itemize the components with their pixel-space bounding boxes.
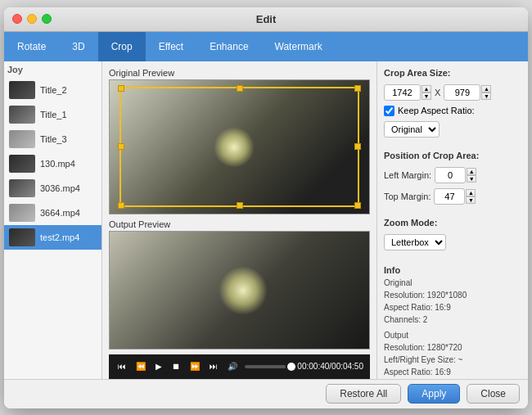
thumb-title3 [9,130,35,148]
top-margin-down-btn[interactable]: ▼ [466,196,476,204]
keep-aspect-row: Keep Aspect Ratio: [384,106,521,116]
position-label: Position of Crop Area: [384,151,521,160]
crop-tab[interactable]: Crop [98,32,146,61]
sidebar-item-title1[interactable]: Title_1 [4,102,101,127]
toolbar: Rotate 3D Crop Effect Enhance Watermark [4,32,528,61]
original-aspect: Aspect Ratio: 16:9 [384,301,521,314]
sidebar-item-title3[interactable]: Title_3 [4,127,101,151]
output-aspect: Aspect Ratio: 16:9 [384,366,521,378]
play-button[interactable]: ▶ [153,360,165,372]
keep-aspect-label: Keep Aspect Ratio: [398,106,475,115]
skip-back-button[interactable]: ⏮ [115,360,128,372]
height-spinner: ▲ ▼ [444,84,491,101]
close-button[interactable]: Close [467,384,520,404]
sidebar-item-3036mp4[interactable]: 3036.mp4 [4,176,101,201]
thumb-130mp4 [9,155,35,173]
enhance-tab[interactable]: Enhance [196,32,261,61]
sidebar-label-3664mp4: 3664.mp4 [40,208,80,218]
skip-forward-button[interactable]: ⏭ [207,360,220,372]
thumb-test2mp4 [9,228,35,246]
aspect-ratio-select[interactable]: Original [384,121,440,138]
rotate-tab[interactable]: Rotate [4,32,59,61]
top-margin-label: Top Margin: [384,192,431,201]
crop-area-size-label: Crop Area Size: [384,68,521,78]
stop-button[interactable]: ⏹ [169,360,183,372]
left-margin-down-btn[interactable]: ▼ [467,175,476,183]
thumb-title1 [9,106,35,124]
top-margin-input[interactable] [434,188,465,205]
sidebar-group-joy: Joy [4,61,101,78]
thumb-3664mp4 [9,204,35,222]
step-back-button[interactable]: ⏪ [133,360,148,372]
main-area: Joy Title_2 Title_1 Title_3 130.mp4 3036… [4,61,528,379]
restore-all-button[interactable]: Restore All [326,384,401,404]
top-margin-up-btn[interactable]: ▲ [466,189,476,196]
x-label: X [435,88,440,97]
left-margin-spin-buttons: ▲ ▼ [467,168,476,183]
sidebar-label-test2mp4: test2.mp4 [40,232,79,242]
window-title: Edit [256,13,277,25]
traffic-lights [12,14,52,24]
height-down-btn[interactable]: ▼ [481,92,491,100]
output-eye-size: Left/Right Eye Size: ~ [384,354,521,366]
output-video-preview [109,231,370,350]
left-margin-up-btn[interactable]: ▲ [467,168,476,175]
output-info-title: Output [384,329,521,341]
minimize-traffic-light[interactable] [27,14,37,24]
3d-tab[interactable]: 3D [59,32,97,61]
output-preview-label: Output Preview [109,219,370,229]
zoom-mode-select[interactable]: Letterbox [384,234,446,250]
width-input[interactable] [384,84,421,101]
effect-tab[interactable]: Effect [146,32,196,61]
info-section: Info Original Resolution: 1920*1080 Aspe… [384,264,521,379]
original-info-title: Original [384,277,521,289]
keep-aspect-checkbox[interactable] [384,106,394,116]
height-input[interactable] [444,84,480,101]
title-bar: Edit [4,7,528,32]
volume-bar[interactable] [245,365,286,368]
step-forward-button[interactable]: ⏩ [187,360,202,372]
left-margin-label: Left Margin: [384,170,431,180]
apply-button[interactable]: Apply [408,384,460,404]
close-traffic-light[interactable] [12,14,22,24]
left-margin-row: Left Margin: ▲ ▼ [384,167,521,183]
info-title: Info [384,264,521,277]
width-up-btn[interactable]: ▲ [422,85,431,92]
sidebar: Joy Title_2 Title_1 Title_3 130.mp4 3036… [4,61,102,379]
sidebar-item-130mp4[interactable]: 130.mp4 [4,151,101,176]
progress-thumb [287,363,295,371]
video-controls: ⏮ ⏪ ▶ ⏹ ⏩ ⏭ 🔊 00:00:40/00:04:50 [109,354,370,379]
watermark-tab[interactable]: Watermark [262,32,336,61]
maximize-traffic-light[interactable] [42,14,52,24]
output-resolution: Resolution: 1280*720 [384,341,521,354]
sidebar-item-title2[interactable]: Title_2 [4,78,101,102]
preview-area: Original Preview [102,61,376,379]
volume-button[interactable]: 🔊 [225,360,240,372]
sidebar-label-130mp4: 130.mp4 [40,159,75,169]
sidebar-label-title2: Title_2 [40,85,67,95]
aspect-select-row: Original [384,121,521,138]
zoom-mode-row: Letterbox [384,234,521,250]
sidebar-label-3036mp4: 3036.mp4 [40,183,80,193]
original-resolution: Resolution: 1920*1080 [384,289,521,301]
crop-size-row: ▲ ▼ X ▲ ▼ [384,84,521,101]
group-label: Joy [7,65,23,74]
left-margin-spinner: ▲ ▼ [435,167,476,183]
output-preview-section: Output Preview [109,219,370,350]
light-spot [214,127,255,168]
sidebar-item-test2mp4[interactable]: test2.mp4 [4,225,101,250]
height-up-btn[interactable]: ▲ [481,85,491,92]
thumb-3036mp4 [9,179,35,197]
original-preview-label: Original Preview [109,68,370,78]
original-preview-section: Original Preview [109,68,370,214]
sidebar-item-3664mp4[interactable]: 3664.mp4 [4,201,101,225]
time-display: 00:00:40/00:04:50 [297,362,363,371]
width-down-btn[interactable]: ▼ [422,92,431,100]
output-light-spot [219,266,268,315]
height-spin-buttons: ▲ ▼ [481,85,491,100]
right-panel: Crop Area Size: ▲ ▼ X ▲ ▼ [376,61,528,379]
progress-bar[interactable] [291,365,292,368]
width-spinner: ▲ ▼ [384,84,431,101]
top-margin-row: Top Margin: ▲ ▼ [384,188,521,205]
left-margin-input[interactable] [435,167,466,183]
